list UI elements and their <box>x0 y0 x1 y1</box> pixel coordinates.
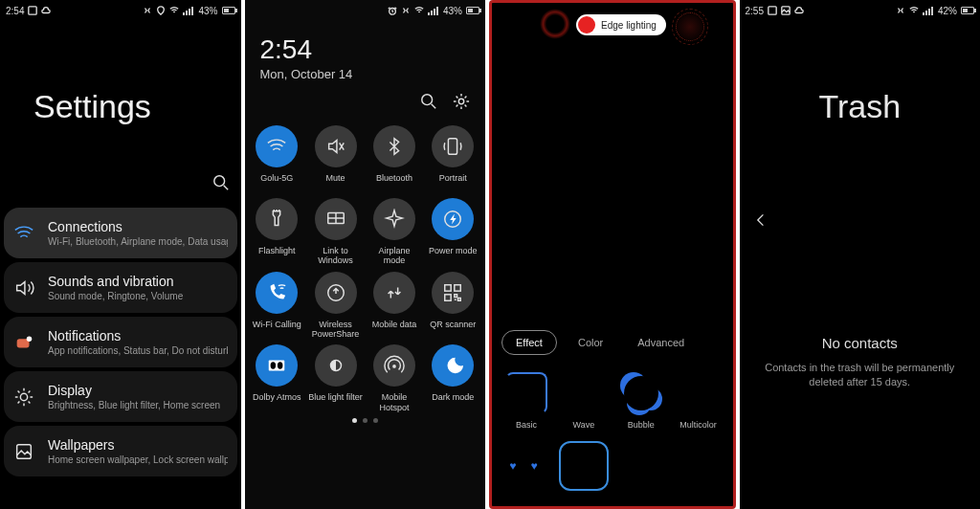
toggle-mdata[interactable]: Mobile data <box>366 272 422 340</box>
battery-icon <box>222 7 235 14</box>
empty-state: No contacts Contacts in the trash will b… <box>740 335 981 390</box>
cloud-icon <box>794 6 804 15</box>
battery-icon <box>961 7 974 14</box>
svg-point-3 <box>27 336 33 342</box>
settings-item-notifications[interactable]: Notifications App notifications, Status … <box>4 317 237 367</box>
effect-thumb <box>503 370 549 416</box>
edge-lighting-screen: Edge lighting Effect Color Advanced Basi… <box>489 0 736 509</box>
linkwin-icon <box>315 198 357 240</box>
toggle-label: Portrait <box>439 173 467 192</box>
screenshot-icon <box>768 6 777 15</box>
effect-thumb <box>503 443 549 489</box>
toggle-label: Airplane mode <box>367 246 422 266</box>
toggle-power[interactable]: Power mode <box>425 198 481 266</box>
svg-rect-15 <box>445 295 451 300</box>
effect-thumb <box>618 443 664 489</box>
effect-thumb <box>676 443 722 489</box>
toggle-label: Dolby Atmos <box>253 392 301 411</box>
settings-item-wallpapers[interactable]: Wallpapers Home screen wallpaper, Lock s… <box>4 426 237 476</box>
effect-thumb <box>561 443 607 489</box>
empty-title: No contacts <box>740 335 981 351</box>
toggle-label: Wireless PowerShare <box>308 320 364 340</box>
svg-point-20 <box>392 365 396 368</box>
toggle-hotspot[interactable]: Mobile Hotspot <box>366 344 422 412</box>
tab-color[interactable]: Color <box>565 331 616 354</box>
toggle-wificall[interactable]: Wi-Fi Calling <box>249 272 305 340</box>
signal-icon <box>183 6 194 15</box>
page-dot <box>352 418 357 423</box>
vibrate-icon <box>143 6 152 15</box>
toggle-airplane[interactable]: Airplane mode <box>366 198 422 266</box>
tab-effect[interactable]: Effect <box>501 330 557 355</box>
edge-tabs: Effect Color Advanced <box>492 330 733 355</box>
toggle-mute[interactable]: Mute <box>307 125 364 192</box>
page-indicator <box>245 412 486 429</box>
effect-label: Basic <box>516 420 537 430</box>
toggle-label: Wi-Fi Calling <box>253 320 301 339</box>
toggle-dolby[interactable]: Dolby Atmos <box>249 344 305 412</box>
sound-icon <box>13 277 34 299</box>
toggle-linkwin[interactable]: Link to Windows <box>307 198 364 266</box>
edge-glow-decoration <box>540 9 570 39</box>
effect-glitter[interactable] <box>614 443 668 506</box>
settings-list: Connections Wi-Fi, Bluetooth, Airplane m… <box>0 208 241 476</box>
empty-subtitle: Contacts in the trash will be permanentl… <box>740 361 981 390</box>
settings-item-sounds[interactable]: Sounds and vibration Sound mode, Rington… <box>4 262 237 313</box>
effect-bubble[interactable]: Bubble <box>614 370 668 439</box>
svg-rect-0 <box>29 7 36 14</box>
effect-multicolor[interactable]: Multicolor <box>672 370 725 439</box>
settings-item-connections[interactable]: Connections Wi-Fi, Bluetooth, Airplane m… <box>4 208 237 258</box>
toggle-portrait[interactable]: Portrait <box>425 125 481 192</box>
toggle-pshare[interactable]: Wireless PowerShare <box>307 272 364 340</box>
tab-advanced[interactable]: Advanced <box>624 331 698 354</box>
effect-fireworks[interactable] <box>557 443 611 506</box>
search-icon[interactable] <box>420 93 437 110</box>
effect-label: Wave <box>572 420 594 430</box>
toggle-flashlight[interactable]: Flashlight <box>249 198 305 266</box>
date: Mon, October 14 <box>260 67 471 81</box>
toggle-dark[interactable]: Dark mode <box>425 344 481 412</box>
settings-gear-icon[interactable] <box>453 93 470 110</box>
power-icon <box>432 198 474 240</box>
toggle-qr[interactable]: QR scanner <box>425 272 481 340</box>
battery-pct: 43% <box>198 6 217 16</box>
effect-extra[interactable] <box>672 443 725 506</box>
item-title: Connections <box>48 219 228 234</box>
back-button[interactable] <box>753 210 768 232</box>
svg-point-17 <box>271 363 277 369</box>
toggle-bluetooth[interactable]: Bluetooth <box>366 125 422 192</box>
settings-screen: 2:54 43% Settings Connections Wi-Fi, Blu… <box>0 0 241 509</box>
status-time: 2:54 <box>6 6 24 16</box>
toggle-label: Mobile Hotspot <box>367 392 422 412</box>
status-bar: 2:54 43% <box>0 0 241 21</box>
effect-wave[interactable]: Wave <box>557 370 611 439</box>
svg-point-18 <box>278 363 283 369</box>
effects-grid: Basic Wave Bubble Multicolor <box>492 366 733 506</box>
item-sub: Wi-Fi, Bluetooth, Airplane mode, Data us… <box>48 236 228 247</box>
qr-icon <box>432 272 474 314</box>
toggle-label: Golu-5G <box>260 173 293 192</box>
wifi-icon <box>169 6 179 15</box>
svg-rect-21 <box>768 7 776 14</box>
settings-item-display[interactable]: Display Brightness, Blue light filter, H… <box>4 371 237 422</box>
toggle-wifi[interactable]: Golu-5G <box>249 125 305 192</box>
status-bar: 2:55 42% <box>740 0 981 21</box>
search-icon[interactable] <box>212 174 230 191</box>
page-dot <box>373 418 378 423</box>
dark-icon <box>432 344 474 387</box>
toggle-label: Flashlight <box>258 246 296 265</box>
battery-icon <box>466 7 479 14</box>
svg-rect-9 <box>449 139 457 155</box>
toggle-bluelight[interactable]: Blue light filter <box>307 344 364 412</box>
signal-icon <box>923 6 934 15</box>
wifi-icon <box>256 125 298 167</box>
edge-lighting-toggle[interactable]: Edge lighting <box>576 14 666 35</box>
wifi-icon <box>13 223 34 244</box>
effect-basic[interactable]: Basic <box>500 370 553 439</box>
battery-pct: 42% <box>938 6 957 16</box>
effect-hearts[interactable] <box>500 443 553 506</box>
edge-spark-decoration <box>672 9 708 45</box>
dolby-icon <box>256 344 298 387</box>
toggle-label: Link to Windows <box>308 246 364 266</box>
svg-point-7 <box>422 95 433 105</box>
